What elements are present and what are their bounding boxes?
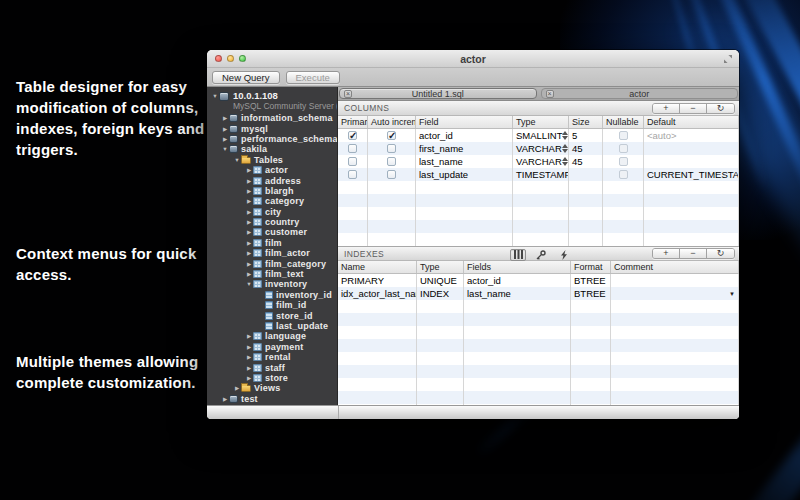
refresh-indexes-button[interactable]: ↻ [707,249,734,258]
disclosure-triangle[interactable]: ▶ [245,344,253,350]
tab-untitled-sql[interactable]: × Untitled 1.sql [339,88,537,99]
disclosure-triangle[interactable]: ▶ [245,188,253,194]
columns-row-actor_id[interactable]: actor_idSMALLINT5<auto> [338,129,739,142]
tree-item-inventory[interactable]: ▼inventory [207,279,337,289]
field-cell[interactable]: actor_id [416,129,513,142]
auto-increment-checkbox[interactable] [387,144,396,153]
size-cell[interactable]: 5 [569,129,603,142]
column-header-name[interactable]: Name [338,261,417,273]
primary-checkbox[interactable] [348,131,357,140]
execute-button[interactable]: Execute [286,71,340,84]
disclosure-triangle[interactable]: ▼ [233,157,241,163]
index-fields-cell[interactable]: actor_id [464,274,571,287]
indexes-row-idx_actor_last_name[interactable]: idx_actor_last_nameINDEXlast_nameBTREE▼ [338,287,739,300]
default-cell[interactable] [644,142,739,155]
columns-row-first_name[interactable]: first_nameVARCHAR45 [338,142,739,155]
nullable-checkbox[interactable] [619,131,628,140]
column-header-type[interactable]: Type [513,116,569,128]
disclosure-triangle[interactable]: ▶ [245,229,253,235]
tree-item-test[interactable]: ▶test [207,394,337,404]
keys-view-button[interactable] [533,249,549,261]
tree-item-Views[interactable]: ▶Views [207,383,337,393]
tree-item-mysql[interactable]: ▶mysql [207,123,337,133]
index-comment-cell[interactable] [611,274,739,287]
type-cell[interactable]: SMALLINT [513,129,569,142]
type-cell[interactable]: TIMESTAMP [513,168,569,181]
type-stepper[interactable] [562,144,568,153]
auto-increment-checkbox[interactable] [387,170,396,179]
new-query-button[interactable]: New Query [212,71,280,84]
primary-checkbox[interactable] [348,144,357,153]
disclosure-triangle[interactable]: ▶ [221,136,229,142]
tree-item-actor[interactable]: ▶actor [207,165,337,175]
tree-item-film_category[interactable]: ▶film_category [207,258,337,268]
tree-item-customer[interactable]: ▶customer [207,227,337,237]
tree-item-country[interactable]: ▶country [207,217,337,227]
index-type-cell[interactable]: UNIQUE [417,274,464,287]
disclosure-triangle[interactable]: ▶ [245,198,253,204]
nullable-checkbox[interactable] [619,144,628,153]
column-header-primary[interactable]: Primary [338,116,368,128]
columns-view-button[interactable] [510,249,526,261]
default-cell[interactable]: <auto> [644,129,739,142]
triggers-view-button[interactable] [556,249,572,261]
field-cell[interactable]: last_name [416,155,513,168]
field-cell[interactable]: first_name [416,142,513,155]
index-format-cell[interactable]: BTREE [571,287,611,300]
size-cell[interactable]: 45 [569,155,603,168]
tree-item-film_actor[interactable]: ▶film_actor [207,248,337,258]
nullable-checkbox[interactable] [619,170,628,179]
disclosure-triangle[interactable]: ▼ [221,146,229,152]
row-dropdown-icon[interactable]: ▼ [729,288,735,300]
index-format-cell[interactable]: BTREE [571,274,611,287]
column-header-auto-increment[interactable]: Auto increment [368,116,416,128]
tree-item-city[interactable]: ▶city [207,207,337,217]
disclosure-triangle[interactable]: ▶ [245,240,253,246]
tree-item-category[interactable]: ▶category [207,196,337,206]
disclosure-triangle[interactable]: ▶ [245,219,253,225]
refresh-columns-button[interactable]: ↻ [707,104,734,113]
tab-close-icon[interactable]: × [344,90,352,98]
add-column-button[interactable]: + [653,104,680,113]
default-cell[interactable]: CURRENT_TIMESTAMP [644,168,739,181]
tree-item-blargh[interactable]: ▶blargh [207,186,337,196]
disclosure-triangle[interactable]: ▶ [245,178,253,184]
primary-checkbox[interactable] [348,170,357,179]
index-comment-cell[interactable]: ▼ [611,287,739,300]
disclosure-triangle[interactable]: ▼ [245,281,253,287]
tab-actor[interactable]: × actor [541,88,739,99]
disclosure-triangle[interactable]: ▶ [245,209,253,215]
auto-increment-checkbox[interactable] [387,157,396,166]
tree-item-language[interactable]: ▶language [207,331,337,341]
disclosure-triangle[interactable]: ▶ [245,250,253,256]
index-type-cell[interactable]: INDEX [417,287,464,300]
tree-item-information_schema[interactable]: ▶information_schema [207,113,337,123]
index-name-cell[interactable]: PRIMARY [338,274,417,287]
default-cell[interactable] [644,155,739,168]
disclosure-triangle[interactable]: ▶ [221,126,229,132]
column-header-field[interactable]: Field [416,116,513,128]
column-header-default[interactable]: Default [644,116,739,128]
index-name-cell[interactable]: idx_actor_last_name [338,287,417,300]
column-header-nullable[interactable]: Nullable [603,116,644,128]
disclosure-triangle[interactable]: ▶ [245,271,253,277]
disclosure-triangle[interactable]: ▶ [221,115,229,121]
disclosure-triangle[interactable]: ▼ [211,93,219,99]
column-header-fields[interactable]: Fields [464,261,571,273]
disclosure-triangle[interactable]: ▶ [245,365,253,371]
indexes-row-PRIMARY[interactable]: PRIMARYUNIQUEactor_idBTREE [338,274,739,287]
sidebar-server-row[interactable]: ▼ 10.0.1.108 MySQL Community Server (GPL… [207,90,337,111]
tree-item-Tables[interactable]: ▼Tables [207,155,337,165]
tree-item-film[interactable]: ▶film [207,238,337,248]
add-index-button[interactable]: + [653,249,680,258]
remove-index-button[interactable]: − [680,249,707,258]
disclosure-triangle[interactable]: ▶ [245,333,253,339]
columns-row-last_name[interactable]: last_nameVARCHAR45 [338,155,739,168]
size-cell[interactable]: 45 [569,142,603,155]
remove-column-button[interactable]: − [680,104,707,113]
disclosure-triangle[interactable]: ▶ [245,167,253,173]
disclosure-triangle[interactable]: ▶ [221,396,229,402]
type-stepper[interactable] [562,131,568,140]
primary-checkbox[interactable] [348,157,357,166]
tree-item-rental[interactable]: ▶rental [207,352,337,362]
